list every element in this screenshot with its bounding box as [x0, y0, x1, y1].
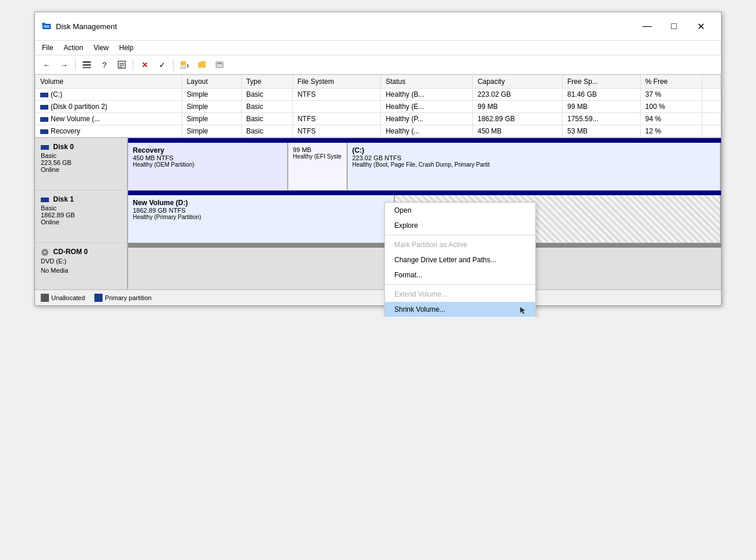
- ctx-format[interactable]: Format...: [385, 267, 535, 283]
- disk-management-window: Disk Management — □ ✕ File Action View H…: [34, 12, 722, 306]
- disk0-type: Basic: [41, 152, 121, 159]
- ctx-open[interactable]: Open: [385, 203, 535, 218]
- cell-fs-2: NTFS: [292, 113, 380, 125]
- col-pct-free[interactable]: % Free: [640, 75, 702, 89]
- volume-icon-2: [40, 117, 48, 122]
- disk0-size: 223.56 GB: [41, 159, 121, 166]
- svg-rect-7: [119, 63, 124, 64]
- window-title: Disk Management: [56, 22, 117, 31]
- disk-area: Disk 0 Basic 223.56 GB Online Recovery 4…: [35, 138, 721, 290]
- disk1-partition-d[interactable]: New Volume (D:) 1862.89 GB NTFS Healthy …: [128, 195, 395, 242]
- unallocated-swatch: [41, 294, 49, 302]
- cell-free-2: 1755.59...: [563, 113, 641, 125]
- ctx-sep-1: [385, 235, 535, 235]
- disk1-label: Disk 1 Basic 1862.89 GB Online: [35, 191, 128, 242]
- disk1-p1-size: 1862.89 GB NTFS: [133, 207, 389, 214]
- col-type[interactable]: Type: [241, 75, 292, 89]
- volume-icon-3: [40, 129, 48, 134]
- col-status[interactable]: Status: [381, 75, 473, 89]
- disk1-title: Disk 1: [41, 195, 121, 203]
- cell-fs-3: NTFS: [292, 125, 380, 138]
- svg-rect-9: [119, 66, 122, 68]
- cdrom0-nomedia: No Media: [41, 267, 121, 274]
- col-capacity[interactable]: Capacity: [472, 75, 562, 89]
- volume-row-1[interactable]: (Disk 0 partition 2) Simple Basic Health…: [36, 101, 721, 113]
- toolbar-sep-2: [133, 59, 133, 71]
- cell-extra-1: [702, 101, 720, 113]
- disk0-p2-status: Healthy (EFI Syste: [293, 153, 342, 160]
- disk0-partition-recovery[interactable]: Recovery 450 MB NTFS Healthy (OEM Partit…: [128, 143, 288, 190]
- ctx-shrink[interactable]: Shrink Volume...: [385, 302, 535, 317]
- disk-toolbar-icon: [215, 60, 224, 69]
- svg-rect-10: [181, 61, 186, 65]
- col-filesystem[interactable]: File System: [292, 75, 380, 89]
- disk0-p1-name: Recovery: [133, 146, 282, 154]
- toolbar-show-list[interactable]: [79, 58, 95, 72]
- volume-row-3[interactable]: Recovery Simple Basic NTFS Healthy (... …: [36, 125, 721, 138]
- disk0-p3-size: 223.02 GB NTFS: [352, 154, 715, 161]
- toolbar-add[interactable]: [176, 58, 193, 72]
- volume-icon-1: [40, 105, 48, 110]
- cell-type-0: Basic: [241, 89, 292, 101]
- col-layout[interactable]: Layout: [182, 75, 241, 89]
- cell-extra-0: [702, 89, 720, 101]
- cell-fs-1: [292, 101, 380, 113]
- toolbar-forward[interactable]: →: [56, 58, 72, 72]
- toolbar-delete[interactable]: ✕: [136, 58, 153, 72]
- svg-rect-14: [217, 63, 222, 64]
- cell-type-1: Basic: [241, 101, 292, 113]
- maximize-button[interactable]: □: [660, 17, 687, 36]
- ctx-change-drive-letter[interactable]: Change Drive Letter and Paths...: [385, 252, 535, 267]
- disk1-p1-status: Healthy (Primary Partition): [133, 214, 389, 220]
- svg-rect-8: [119, 65, 124, 66]
- volume-row-0[interactable]: (C:) Simple Basic NTFS Healthy (B... 223…: [36, 89, 721, 101]
- menu-bar: File Action View Help: [35, 41, 721, 55]
- toolbar-help[interactable]: ?: [96, 58, 112, 72]
- col-volume[interactable]: Volume: [36, 75, 182, 89]
- svg-rect-5: [83, 67, 91, 68]
- cell-pct-0: 37 %: [640, 89, 702, 101]
- menu-view[interactable]: View: [89, 42, 114, 54]
- toolbar-sep-3: [173, 59, 174, 71]
- minimize-button[interactable]: —: [634, 17, 660, 36]
- cell-extra-2: [702, 113, 720, 125]
- cell-fs-0: NTFS: [292, 89, 380, 101]
- disk1-p1-name: New Volume (D:): [133, 199, 389, 207]
- cdrom0-type: DVD (E:): [41, 258, 121, 265]
- toolbar-disk[interactable]: [211, 58, 228, 72]
- legend-primary: Primary partition: [94, 294, 151, 302]
- ctx-explore[interactable]: Explore: [385, 218, 535, 233]
- menu-help[interactable]: Help: [115, 42, 139, 54]
- cell-pct-1: 100 %: [640, 101, 702, 113]
- menu-file[interactable]: File: [37, 42, 58, 54]
- menu-action[interactable]: Action: [59, 42, 87, 54]
- title-bar-left: Disk Management: [42, 22, 117, 31]
- volume-row-2[interactable]: New Volume (... Simple Basic NTFS Health…: [36, 113, 721, 125]
- main-content: Volume Layout Type File System Status Ca…: [35, 75, 721, 305]
- cdrom0-row: CD-ROM 0 DVD (E:) No Media: [35, 243, 721, 290]
- close-button[interactable]: ✕: [687, 17, 714, 36]
- toolbar-check[interactable]: ✓: [154, 58, 170, 72]
- cell-capacity-0: 223.02 GB: [472, 89, 562, 101]
- disk0-row: Disk 0 Basic 223.56 GB Online Recovery 4…: [35, 138, 721, 191]
- disk0-partition-efi[interactable]: 99 MB Healthy (EFI Syste: [288, 143, 348, 190]
- disk0-p3-name: (C:): [352, 146, 715, 154]
- cell-layout-1: Simple: [182, 101, 241, 113]
- ctx-extend: Extend Volume...: [385, 287, 535, 302]
- legend-bar: Unallocated Primary partition: [35, 290, 721, 305]
- cell-volume-2: New Volume (...: [36, 113, 182, 125]
- toolbar-properties[interactable]: [114, 58, 130, 72]
- disk1-icon: [41, 198, 49, 202]
- toolbar-back[interactable]: ←: [38, 58, 55, 72]
- toolbar-sep-1: [75, 59, 76, 71]
- svg-rect-2: [42, 23, 45, 25]
- disk1-size: 1862.89 GB: [41, 212, 121, 219]
- col-free[interactable]: Free Sp...: [563, 75, 641, 89]
- toolbar-folder[interactable]: [194, 58, 210, 72]
- properties-icon: [117, 60, 126, 69]
- svg-rect-13: [216, 62, 223, 68]
- window-controls: — □ ✕: [634, 17, 714, 36]
- disk0-bar: [128, 138, 721, 143]
- disk0-partition-c[interactable]: (C:) 223.02 GB NTFS Healthy (Boot, Page …: [348, 143, 721, 190]
- disk0-p2-size: 99 MB: [293, 146, 342, 153]
